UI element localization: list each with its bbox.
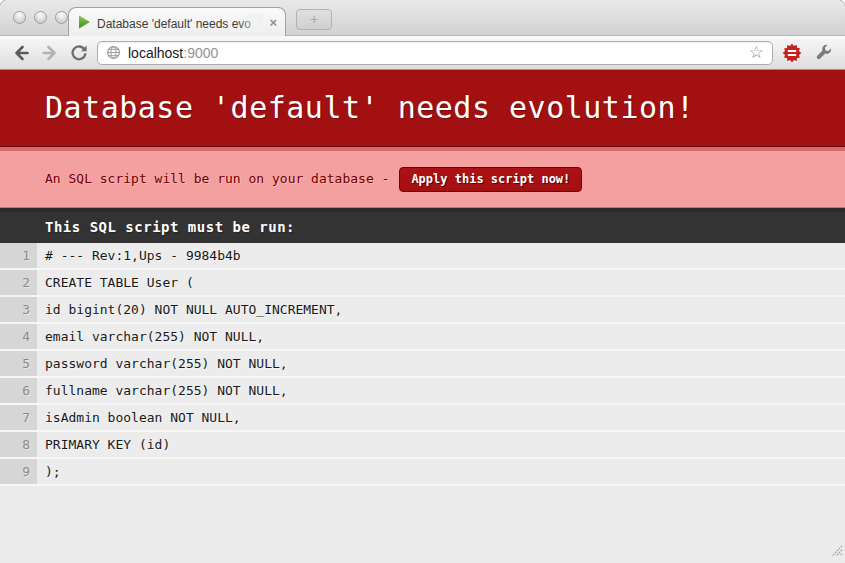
script-line: 4 email varchar(255) NOT NULL, [0,324,845,351]
url-input[interactable]: localhost:9000 ☆ [97,41,773,65]
wrench-icon [814,43,833,62]
line-code: ); [37,459,61,484]
line-code: password varchar(255) NOT NULL, [37,351,288,376]
line-number: 4 [0,324,37,349]
reload-icon [69,43,89,63]
script-line: 6 fullname varchar(255) NOT NULL, [0,378,845,405]
line-number: 8 [0,432,37,457]
script-heading: This SQL script must be run: [0,208,845,243]
globe-icon [106,45,121,60]
tab-strip: Database 'default' needs evo × + [0,0,845,36]
script-line: 3 id bigint(20) NOT NULL AUTO_INCREMENT, [0,297,845,324]
line-number: 1 [0,243,37,268]
page-content: Database 'default' needs evolution! An S… [0,70,845,563]
script-line: 1 # --- Rev:1,Ups - 9984b4b [0,243,845,270]
navigation-toolbar: localhost:9000 ☆ [0,36,845,70]
window-minimize-button[interactable] [34,11,47,24]
line-code: isAdmin boolean NOT NULL, [37,405,241,430]
line-number: 6 [0,378,37,403]
url-text: localhost:9000 [128,42,218,64]
back-arrow-icon [11,43,31,63]
url-port: :9000 [183,45,218,61]
line-code: id bigint(20) NOT NULL AUTO_INCREMENT, [37,297,342,322]
line-code: PRIMARY KEY (id) [37,432,170,457]
script-line: 2 CREATE TABLE User ( [0,270,845,297]
line-code: # --- Rev:1,Ups - 9984b4b [37,243,241,268]
play-favicon-icon [78,15,91,29]
detail-banner: An SQL script will be run on your databa… [0,147,845,208]
line-code: email varchar(255) NOT NULL, [37,324,264,349]
window-zoom-button[interactable] [55,11,68,24]
tab-title: Database 'default' needs evo [97,17,251,30]
new-tab-button[interactable]: + [296,9,332,30]
script-line: 8 PRIMARY KEY (id) [0,432,845,459]
red-badge-icon [782,43,802,63]
apply-script-button[interactable]: Apply this script now! [399,167,582,192]
line-number: 9 [0,459,37,484]
detail-text: An SQL script will be run on your databa… [45,171,389,186]
tab-title-wrap: Database 'default' needs evo [97,14,263,30]
line-code: fullname varchar(255) NOT NULL, [37,378,288,403]
back-button[interactable] [10,42,32,64]
bookmark-star-icon[interactable]: ☆ [749,44,764,61]
line-number: 3 [0,297,37,322]
page-title: Database 'default' needs evolution! [0,70,845,147]
forward-arrow-icon [40,43,60,63]
script-line: 5 password varchar(255) NOT NULL, [0,351,845,378]
reload-button[interactable] [68,42,90,64]
extension-badge-button[interactable] [780,41,804,65]
window-controls [13,11,68,24]
browser-tab[interactable]: Database 'default' needs evo × [68,7,286,36]
forward-button[interactable] [39,42,61,64]
resize-grip[interactable] [830,542,843,561]
window-close-button[interactable] [13,11,26,24]
script-line: 9 ); [0,459,845,486]
browser-window: Database 'default' needs evo × + [0,0,845,563]
tab-close-icon[interactable]: × [269,16,277,29]
line-number: 5 [0,351,37,376]
wrench-menu-button[interactable] [811,41,835,65]
evolution-script: 1 # --- Rev:1,Ups - 9984b4b 2 CREATE TAB… [0,243,845,486]
line-number: 2 [0,270,37,295]
line-number: 7 [0,405,37,430]
url-host: localhost [128,45,183,61]
line-code: CREATE TABLE User ( [37,270,194,295]
script-line: 7 isAdmin boolean NOT NULL, [0,405,845,432]
